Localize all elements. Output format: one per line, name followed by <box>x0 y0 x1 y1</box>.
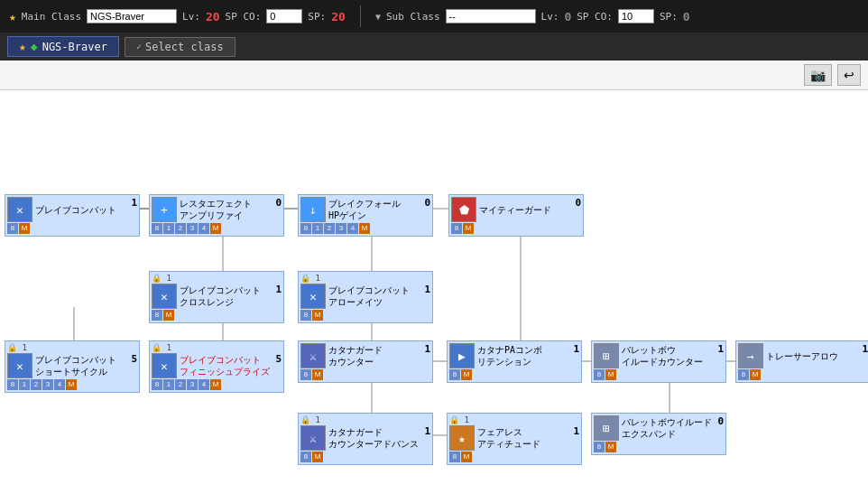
main-class-label: Main Class <box>22 11 81 23</box>
rank-btn-M-brave_fall[interactable]: M <box>359 223 370 234</box>
rank-btn-M-bullet_bow_route[interactable]: M <box>605 369 616 380</box>
sub-class-input[interactable] <box>446 9 536 23</box>
skill-node-resta_effect[interactable]: +レスタエフェクト アンプリファイ081234M <box>149 194 284 237</box>
skill-node-brave_combat_short[interactable]: 🔒 1✕ブレイブコンバット ショートサイクル581234M <box>5 340 140 393</box>
rank-btn-8-tracer_arrow[interactable]: 8 <box>738 369 749 380</box>
skill-icon-katana_pa_combo: ▶ <box>449 343 475 368</box>
skill-icon-bullet_bow_route: ⊞ <box>594 343 619 368</box>
rank-btn-8-brave_combat_arrow[interactable]: 8 <box>300 310 311 321</box>
rank-btn-1-resta_effect[interactable]: 1 <box>163 223 174 234</box>
rank-btn-M-tracer_arrow[interactable]: M <box>750 369 761 380</box>
skill-icon-brave_combat_close: ✕ <box>152 284 177 309</box>
rank-btn-8-katana_pa_combo[interactable]: 8 <box>449 369 460 380</box>
back-button[interactable]: ↩ <box>837 64 861 86</box>
rank-btn-1-brave_fall[interactable]: 1 <box>312 223 323 234</box>
skill-footer-brave_combat_arrow: 8M <box>300 310 430 321</box>
rank-btn-2-brave_combat_short[interactable]: 2 <box>31 379 42 390</box>
rank-btn-8-bullet_bow_route[interactable]: 8 <box>594 369 605 380</box>
skill-count-bullet_bow_wild_expand: 0 <box>717 415 724 427</box>
skill-header-tracer_arrow: →トレーサーアロウ1 <box>738 343 868 368</box>
main-class-input[interactable] <box>87 9 177 23</box>
skill-footer-katana_guard_adv: 8M <box>300 452 430 462</box>
main-sp-co-label: SP CO: <box>226 11 262 23</box>
rank-btn-8-brave_fall[interactable]: 8 <box>300 223 311 234</box>
skill-node-brave_combat[interactable]: ✕ブレイブコンバット18M <box>5 194 140 237</box>
rank-btn-M-brave_combat_short[interactable]: M <box>66 379 77 390</box>
skill-node-tracer_arrow[interactable]: →トレーサーアロウ18M <box>735 340 868 383</box>
skill-node-katana_pa_combo[interactable]: ▶カタナPAコンボ リテンション18M <box>447 340 582 383</box>
rank-btn-8-fearless_attitude[interactable]: 8 <box>449 452 460 462</box>
skill-count-bullet_bow_route: 1 <box>717 343 724 355</box>
skill-node-mighty_guard[interactable]: ⬟マイティーガード08M <box>448 194 584 237</box>
skill-node-brave_combat_close[interactable]: 🔒 1✕ブレイブコンバット クロスレンジ18M <box>149 271 284 323</box>
rank-btn-M-brave_combat[interactable]: M <box>19 223 30 234</box>
toolbar: 📷 ↩ <box>0 61 868 90</box>
rank-btn-8-resta_effect[interactable]: 8 <box>152 223 162 234</box>
rank-btn-4-brave_fall[interactable]: 4 <box>347 223 358 234</box>
skill-node-katana_guard_counter[interactable]: ⚔カタナガード カウンター18M <box>298 340 433 383</box>
skill-node-brave_combat_finish[interactable]: 🔒 1✕ブレイブコンバット フィニッシュプライズ581234M <box>149 340 284 393</box>
rank-btn-M-mighty_guard[interactable]: M <box>463 223 474 234</box>
rank-btn-8-bullet_bow_wild_expand[interactable]: 8 <box>594 442 605 452</box>
skill-header-brave_combat: ✕ブレイブコンバット1 <box>7 197 137 222</box>
skill-node-bullet_bow_route[interactable]: ⊞バレットボウ イルードカウンター18M <box>591 340 726 383</box>
rank-btn-M-katana_guard_counter[interactable]: M <box>312 369 323 380</box>
tab-ngs-braver-label: NGS-Braver <box>42 41 107 53</box>
main-lv-value: 20 <box>206 10 220 23</box>
rank-btn-4-brave_combat_short[interactable]: 4 <box>54 379 65 390</box>
rank-btn-2-resta_effect[interactable]: 2 <box>175 223 186 234</box>
rank-btn-M-katana_guard_adv[interactable]: M <box>312 452 323 462</box>
tab-bar: ★ ◆ NGS-Braver ✓ Select class <box>0 33 868 61</box>
rank-btn-1-brave_combat_short[interactable]: 1 <box>19 379 30 390</box>
rank-btn-8-brave_combat_finish[interactable]: 8 <box>152 379 162 390</box>
main-class-star-icon: ★ <box>9 10 16 23</box>
rank-btn-8-katana_guard_adv[interactable]: 8 <box>300 452 311 462</box>
rank-btn-M-fearless_attitude[interactable]: M <box>461 452 472 462</box>
rank-btn-3-resta_effect[interactable]: 3 <box>187 223 198 234</box>
sub-lv-label: Lv: <box>541 11 559 23</box>
skill-icon-brave_combat_finish: ✕ <box>152 353 177 378</box>
skill-count-brave_combat: 1 <box>131 197 137 209</box>
tab-select-class[interactable]: ✓ Select class <box>125 37 235 57</box>
camera-button[interactable]: 📷 <box>804 64 832 86</box>
sub-sp-value: 0 <box>683 10 690 23</box>
main-class-section: ★ Main Class Lv: 20 SP CO: SP: 20 <box>9 9 346 23</box>
rank-btn-8-katana_guard_counter[interactable]: 8 <box>300 369 311 380</box>
rank-btn-M-katana_pa_combo[interactable]: M <box>461 369 472 380</box>
sub-sp-co-input[interactable] <box>618 9 654 23</box>
rank-btn-3-brave_fall[interactable]: 3 <box>336 223 346 234</box>
rank-btn-2-brave_fall[interactable]: 2 <box>324 223 335 234</box>
skill-node-brave_combat_arrow[interactable]: 🔒 1✕ブレイブコンバット アローメイツ18M <box>298 271 433 323</box>
rank-btn-M-bullet_bow_wild_expand[interactable]: M <box>605 442 616 452</box>
skill-node-bullet_bow_wild_expand[interactable]: ⊞バレットボウイルード エクスパンド08M <box>591 413 726 455</box>
rank-btn-M-brave_combat_arrow[interactable]: M <box>312 310 323 321</box>
tab-ngs-braver[interactable]: ★ ◆ NGS-Braver <box>7 36 119 57</box>
rank-btn-M-resta_effect[interactable]: M <box>210 223 221 234</box>
skill-count-katana_pa_combo: 1 <box>573 343 579 355</box>
rank-btn-8-mighty_guard[interactable]: 8 <box>451 223 462 234</box>
lock-indicator-fearless_attitude: 🔒 1 <box>449 415 579 424</box>
rank-btn-1-brave_combat_finish[interactable]: 1 <box>163 379 174 390</box>
rank-btn-8-brave_combat_short[interactable]: 8 <box>7 379 18 390</box>
rank-btn-8-brave_combat[interactable]: 8 <box>7 223 18 234</box>
rank-btn-2-brave_combat_finish[interactable]: 2 <box>175 379 186 390</box>
rank-btn-3-brave_combat_finish[interactable]: 3 <box>187 379 198 390</box>
skill-icon-tracer_arrow: → <box>738 343 763 368</box>
main-sp-co-input[interactable] <box>266 9 302 23</box>
skill-node-brave_fall[interactable]: ↓ブレイクフォール HPゲイン081234M <box>298 194 433 237</box>
skill-name-katana_guard_counter: カタナガード カウンター <box>328 344 420 368</box>
skill-footer-fearless_attitude: 8M <box>449 452 579 462</box>
rank-btn-3-brave_combat_short[interactable]: 3 <box>42 379 53 390</box>
skill-name-tracer_arrow: トレーサーアロウ <box>766 350 857 362</box>
rank-btn-4-resta_effect[interactable]: 4 <box>199 223 209 234</box>
skill-node-katana_guard_adv[interactable]: 🔒 1⚔カタナガード カウンターアドバンス18M <box>298 413 433 465</box>
rank-btn-8-brave_combat_close[interactable]: 8 <box>152 310 162 321</box>
skill-node-fearless_attitude[interactable]: 🔒 1★フェアレス アティチュード18M <box>447 413 582 465</box>
skill-name-brave_combat_close: ブレイブコンバット クロスレンジ <box>180 284 271 308</box>
rank-btn-4-brave_combat_finish[interactable]: 4 <box>199 379 209 390</box>
sub-sp-co-label: SP CO: <box>577 11 613 23</box>
rank-btn-M-brave_combat_close[interactable]: M <box>163 310 174 321</box>
rank-btn-M-brave_combat_finish[interactable]: M <box>210 379 221 390</box>
skill-count-tracer_arrow: 1 <box>862 343 868 355</box>
tab-green-icon: ◆ <box>31 40 38 53</box>
